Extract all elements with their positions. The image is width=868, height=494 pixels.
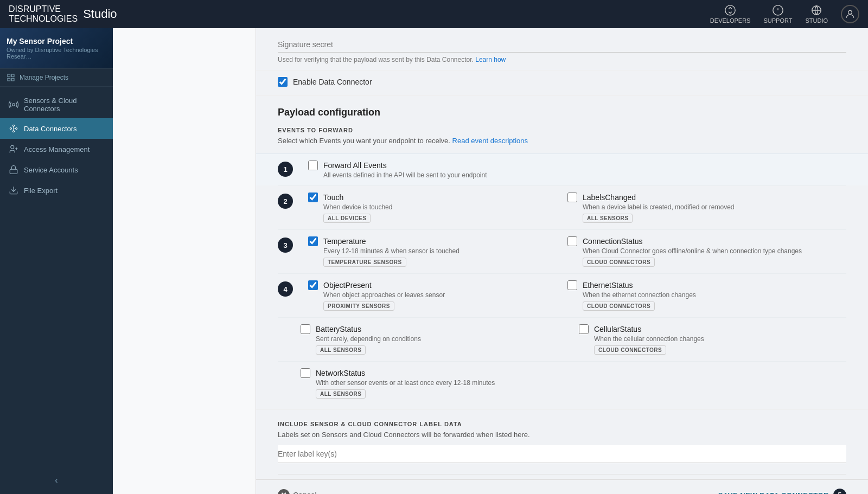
connection-status-checkbox[interactable] — [567, 236, 577, 246]
sidebar-collapse-button[interactable]: ‹ — [50, 473, 62, 487]
sidebar-item-file-export[interactable]: File Export — [0, 180, 113, 201]
svg-rect-3 — [8, 74, 10, 77]
cellular-status-checkbox[interactable] — [579, 324, 589, 334]
event-2-left: Touch When device is touched ALL DEVICES — [308, 193, 557, 223]
touch-label[interactable]: Touch — [308, 193, 557, 202]
event-3-left: Temperature Every 12-18 minutes & when s… — [308, 236, 557, 267]
project-subtitle: Owned by Disruptive Technologies Resear… — [7, 47, 106, 60]
label-keys-input[interactable] — [278, 445, 846, 463]
enable-connector-checkbox[interactable] — [278, 77, 288, 87]
enable-section: Enable Data Connector — [256, 70, 868, 96]
touch-checkbox[interactable] — [308, 193, 318, 202]
brand-studio: Studio — [83, 7, 117, 21]
touch-desc: When device is touched — [323, 203, 557, 211]
event-number-4: 4 — [278, 281, 293, 297]
include-label-section: INCLUDE SENSOR & CLOUD CONNECTOR LABEL D… — [256, 409, 868, 474]
developers-label: DEVELOPERS — [710, 17, 751, 24]
svg-rect-6 — [11, 78, 14, 81]
left-panel — [113, 28, 256, 494]
footer-divider — [278, 474, 846, 474]
connection-status-label[interactable]: ConnectionStatus — [567, 236, 846, 246]
event-number-3: 3 — [278, 238, 293, 253]
ethernet-status-checkbox[interactable] — [567, 280, 577, 290]
sidebar-item-sensors[interactable]: Sensors & Cloud Connectors — [0, 91, 113, 118]
network-status-checkbox[interactable] — [301, 368, 310, 378]
network-status-desc: With other sensor events or at least onc… — [316, 379, 568, 387]
learn-how-link[interactable]: Learn how — [475, 56, 506, 63]
labels-changed-label[interactable]: LabelsChanged — [567, 193, 846, 202]
enable-connector-label[interactable]: Enable Data Connector — [278, 77, 846, 87]
include-label-desc: Labels set on Sensors and Cloud Connecto… — [278, 431, 846, 439]
event-1-content: Forward All Events All events defined in… — [308, 161, 846, 179]
brand-logo: DISRUPTIVE TECHNOLOGIES — [9, 4, 78, 23]
labels-changed-desc: When a device label is created, modified… — [583, 203, 846, 211]
sidebar-nav: Sensors & Cloud Connectors Data Connecto… — [0, 87, 113, 205]
battery-status-checkbox[interactable] — [301, 324, 310, 334]
temperature-badge: TEMPERATURE SENSORS — [323, 258, 406, 267]
ethernet-status-badge: CLOUD CONNECTORS — [583, 301, 655, 311]
event-2-right: LabelsChanged When a device label is cre… — [557, 193, 846, 223]
signature-secret-input[interactable] — [278, 37, 846, 53]
temperature-name: Temperature — [323, 237, 366, 246]
event-row-1: 1 Forward All Events All events defined … — [256, 153, 868, 185]
forward-all-events-name: Forward All Events — [323, 161, 387, 170]
signature-secret-section: Used for verifying that the payload was … — [256, 28, 868, 70]
main-form-panel: Used for verifying that the payload was … — [256, 28, 868, 494]
event-4-left: ObjectPresent When object approaches or … — [308, 280, 557, 311]
svg-rect-13 — [10, 169, 17, 174]
support-label: SUPPORT — [763, 17, 792, 24]
events-to-forward-label: EVENTS TO FORWARD — [278, 127, 846, 133]
user-avatar[interactable] — [841, 5, 859, 23]
read-event-descriptions-link[interactable]: Read event descriptions — [452, 137, 528, 145]
save-new-data-connector-button[interactable]: SAVE NEW DATA CONNECTOR 5 — [718, 489, 846, 494]
touch-name: Touch — [323, 193, 343, 202]
developers-link[interactable]: DEVELOPERS — [710, 4, 751, 24]
support-link[interactable]: SUPPORT — [763, 4, 792, 24]
brand-area: DISRUPTIVE TECHNOLOGIES Studio — [9, 4, 710, 23]
battery-status-label[interactable]: BatteryStatus — [301, 324, 568, 334]
object-present-desc: When object approaches or leaves sensor — [323, 291, 557, 299]
connection-status-name: ConnectionStatus — [583, 237, 643, 246]
topnav-actions: DEVELOPERS SUPPORT STUDIO — [710, 4, 859, 24]
cancel-icon: ✕ — [278, 489, 290, 494]
manage-projects-label: Manage Projects — [20, 74, 68, 81]
cellular-status-section: CellularStatus When the cellular connect… — [568, 324, 846, 355]
battery-status-section: BatteryStatus Sent rarely, depending on … — [301, 324, 568, 355]
svg-point-7 — [12, 104, 15, 106]
signature-help-text: Used for verifying that the payload was … — [278, 56, 846, 63]
payload-title: Payload configuration — [278, 107, 846, 118]
forward-all-events-desc: All events defined in the API will be se… — [323, 171, 846, 179]
ethernet-status-label[interactable]: EthernetStatus — [567, 280, 846, 290]
save-label: SAVE NEW DATA CONNECTOR — [718, 491, 829, 495]
top-navigation: DISRUPTIVE TECHNOLOGIES Studio DEVELOPER… — [0, 0, 868, 28]
sidebar-item-service-accounts[interactable]: Service Accounts — [0, 159, 113, 180]
studio-label: STUDIO — [805, 17, 828, 24]
cancel-button[interactable]: ✕ Cancel — [278, 489, 317, 494]
sidebar-item-data-connectors-label: Data Connectors — [24, 125, 77, 133]
network-status-label[interactable]: NetworkStatus — [301, 368, 568, 378]
object-present-label[interactable]: ObjectPresent — [308, 280, 557, 290]
cellular-status-label[interactable]: CellularStatus — [579, 324, 846, 334]
temperature-desc: Every 12-18 minutes & when sensor is tou… — [323, 247, 557, 255]
object-present-checkbox[interactable] — [308, 280, 318, 290]
extra-event-row-2: NetworkStatus With other sensor events o… — [278, 361, 846, 405]
temperature-label[interactable]: Temperature — [308, 236, 557, 246]
manage-projects-button[interactable]: Manage Projects — [0, 69, 113, 87]
cellular-status-name: CellularStatus — [594, 325, 641, 333]
battery-status-desc: Sent rarely, depending on conditions — [316, 335, 568, 343]
sidebar-footer: ‹ — [0, 467, 113, 494]
event-number-2: 2 — [278, 194, 293, 209]
studio-link[interactable]: STUDIO — [805, 4, 828, 24]
ethernet-status-desc: When the ethernet connection changes — [583, 291, 846, 299]
sidebar-item-data-connectors[interactable]: Data Connectors — [0, 118, 113, 139]
forward-all-events-label[interactable]: Forward All Events — [308, 161, 846, 170]
labels-changed-checkbox[interactable] — [567, 193, 577, 202]
event-3-right: ConnectionStatus When Cloud Connector go… — [557, 236, 846, 267]
forward-all-events-checkbox[interactable] — [308, 161, 318, 170]
sidebar-item-access-management[interactable]: Access Management — [0, 139, 113, 159]
temperature-checkbox[interactable] — [308, 236, 318, 246]
object-present-badge: PROXIMITY SENSORS — [323, 301, 394, 311]
svg-point-8 — [13, 125, 15, 126]
project-title: My Sensor Project — [7, 37, 106, 46]
touch-badge: ALL DEVICES — [323, 214, 371, 223]
